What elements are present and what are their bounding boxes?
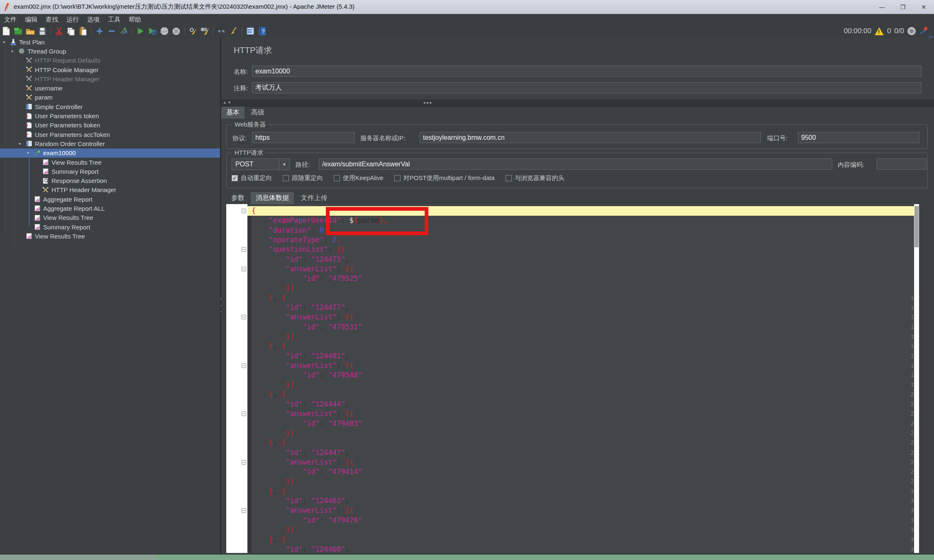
code-line[interactable]: "id": "124444",	[247, 399, 919, 409]
code-line[interactable]: "id": "124447",	[247, 448, 919, 458]
fold-collapse-icon[interactable]	[242, 363, 246, 368]
search-icon[interactable]	[216, 26, 227, 36]
clear-search-icon[interactable]	[228, 26, 239, 36]
start-no-timers-icon[interactable]	[147, 26, 158, 36]
tree-item-summary-report[interactable]: Summary Report	[0, 167, 220, 176]
fold-collapse-icon[interactable]	[242, 267, 246, 271]
tree-item-summary-report[interactable]: Summary Report	[0, 222, 220, 231]
tree-item-http-header-manager[interactable]: HTTP Header Manager	[0, 74, 220, 83]
tree-item-http-request-defaults[interactable]: HTTP Request Defaults	[0, 56, 220, 65]
code-line[interactable]: "id": "124475",	[247, 255, 919, 264]
menu-查找[interactable]: 查找	[42, 16, 62, 24]
code-line[interactable]: "id": "479403"	[247, 419, 919, 429]
tree-item-view-results-tree[interactable]: View Results Tree	[0, 158, 220, 167]
function-helper-icon[interactable]	[245, 26, 256, 36]
add-icon[interactable]	[94, 26, 105, 36]
tree-item-aggregate-report-all[interactable]: Aggregate Report ALL	[0, 204, 220, 213]
clear-all-icon[interactable]	[199, 26, 210, 36]
code-line[interactable]: }, {	[247, 438, 919, 448]
maximize-button[interactable]: ❐	[892, 0, 913, 14]
expander-arrow-icon[interactable]: ▾	[27, 151, 29, 155]
tab-高级[interactable]: 高级	[246, 107, 269, 119]
menu-帮助[interactable]: 帮助	[125, 16, 145, 24]
code-line[interactable]: "id": "124463",	[247, 496, 919, 506]
code-line[interactable]: }]	[247, 332, 919, 341]
fold-collapse-icon[interactable]	[242, 508, 246, 513]
code-line[interactable]: "answerList": [{	[247, 458, 919, 467]
fold-collapse-icon[interactable]	[242, 411, 246, 416]
name-input[interactable]: exam10000	[252, 66, 922, 77]
code-line[interactable]: "questionList": [{	[247, 245, 919, 254]
code-line[interactable]: "answerList": [{	[247, 506, 919, 515]
tree-item-user-parameters-acctoken[interactable]: User Parameters accToken	[0, 130, 220, 139]
code-line[interactable]: "answerList": [{	[247, 409, 919, 419]
comment-input[interactable]: 考试万人	[252, 82, 922, 93]
encoding-input[interactable]	[877, 158, 927, 170]
tab-基本[interactable]: 基本	[221, 107, 245, 119]
server-input[interactable]: testjoylearning.bmw.com.cn	[420, 132, 761, 143]
templates-icon[interactable]	[12, 26, 24, 36]
warning-icon[interactable]	[875, 27, 884, 35]
code-line[interactable]: "id": "124481",	[247, 351, 919, 361]
tree-item-simple-controller[interactable]: Simple Controller	[0, 102, 220, 111]
tab-消息体数据[interactable]: 消息体数据	[251, 192, 294, 204]
code-line[interactable]: "id": "479548"	[247, 370, 919, 380]
expander-arrow-icon[interactable]: ▾	[3, 40, 5, 44]
code-line[interactable]: "id": "124460",	[247, 545, 919, 553]
new-file-icon[interactable]	[0, 26, 12, 36]
fold-collapse-icon[interactable]	[242, 460, 246, 465]
help-icon[interactable]: ?	[257, 26, 268, 36]
open-folder-icon[interactable]	[24, 26, 36, 36]
port-input[interactable]: 9500	[798, 132, 919, 143]
checkbox-跟随重定向[interactable]: 跟随重定向	[283, 174, 323, 182]
tree-item-view-results-tree[interactable]: View Results Tree	[0, 231, 220, 241]
code-line[interactable]: "id": "479531"	[247, 322, 919, 332]
editor-scrollbar[interactable]	[914, 204, 919, 553]
code-line[interactable]: }, {	[247, 390, 919, 399]
code-line[interactable]: "id": "479476"	[247, 516, 919, 525]
code-line[interactable]: }]	[247, 525, 919, 535]
collapse-splitter-bar[interactable]: ▲▼ •••	[221, 100, 934, 107]
code-line[interactable]: "operateType": 2,	[247, 235, 919, 245]
code-line[interactable]: }, {	[247, 487, 919, 496]
menu-编辑[interactable]: 编辑	[21, 16, 42, 24]
tab-文件上传[interactable]: 文件上传	[296, 192, 333, 204]
menu-选项[interactable]: 选项	[83, 16, 104, 24]
code-line[interactable]: "answerList": [{	[247, 312, 919, 322]
close-button[interactable]: ✕	[913, 0, 934, 14]
tree-item-aggregate-report[interactable]: Aggregate Report	[0, 195, 220, 204]
expander-arrow-icon[interactable]: ▾	[19, 141, 21, 146]
code-line[interactable]: "id": "124477",	[247, 303, 919, 312]
unchecked-checkbox-icon[interactable]	[394, 175, 401, 181]
expander-arrow-icon[interactable]: ▾	[11, 49, 13, 54]
clear-icon[interactable]	[187, 26, 198, 36]
tree-item-http-cookie-manager[interactable]: HTTP Cookie Manager	[0, 65, 220, 74]
fold-collapse-icon[interactable]	[242, 247, 246, 252]
splitter-dots[interactable]: •••	[423, 99, 433, 106]
tree-item-thread-group[interactable]: ▾Thread Group	[0, 46, 220, 56]
paste-icon[interactable]	[77, 26, 88, 36]
menu-文件[interactable]: 文件	[0, 16, 21, 24]
tree-item-test-plan[interactable]: ▾Test Plan	[0, 37, 220, 46]
cut-icon[interactable]	[53, 26, 64, 36]
subtract-icon[interactable]	[106, 26, 117, 36]
code-area[interactable]: { "examPaperUserId": ${param}, "duration…	[247, 204, 919, 553]
protocol-input[interactable]: https	[252, 132, 355, 143]
code-line[interactable]: "id": "479525"	[247, 274, 919, 283]
checkbox-与浏览器兼容的头[interactable]: 与浏览器兼容的头	[506, 174, 565, 182]
checked-checkbox-icon[interactable]: ✓	[232, 175, 238, 181]
tree-item-response-assertion[interactable]: Response Assertion	[0, 176, 220, 185]
tree-item-exam10000[interactable]: ▾exam10000	[0, 149, 220, 158]
checkbox-对POST使用multipart / form-data[interactable]: 对POST使用multipart / form-data	[394, 174, 495, 182]
minimize-button[interactable]: —	[872, 0, 892, 14]
start-icon[interactable]	[134, 26, 146, 36]
code-line[interactable]: }, {	[247, 341, 919, 351]
path-input[interactable]: /exam/submitExamAnswerVal	[319, 158, 832, 170]
code-line[interactable]: "answerList": [{	[247, 264, 919, 274]
code-line[interactable]: }, {	[247, 535, 919, 544]
code-line[interactable]: }, {	[247, 293, 919, 303]
tree-item-http-header-manager[interactable]: HTTP Header Manager	[0, 185, 220, 195]
code-line[interactable]: }]	[247, 380, 919, 390]
tree-item-username[interactable]: username	[0, 83, 220, 93]
code-line[interactable]: "answerList": [{	[247, 361, 919, 370]
